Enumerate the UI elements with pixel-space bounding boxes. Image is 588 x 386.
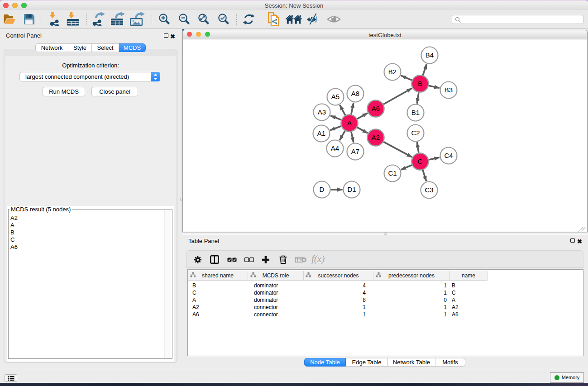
svg-text:A7: A7 — [351, 148, 359, 155]
svg-text:D: D — [320, 186, 325, 193]
svg-text:A3: A3 — [318, 108, 326, 116]
svg-text:D1: D1 — [347, 186, 356, 193]
svg-text:B: B — [418, 80, 422, 87]
svg-text:C: C — [418, 157, 423, 165]
svg-text:C1: C1 — [388, 169, 397, 177]
svg-text:C2: C2 — [411, 129, 420, 137]
svg-text:B2: B2 — [388, 68, 397, 76]
svg-text:C3: C3 — [425, 186, 433, 194]
svg-text:B3: B3 — [445, 86, 453, 94]
svg-text:A2: A2 — [372, 133, 380, 141]
svg-text:A5: A5 — [331, 93, 339, 100]
svg-text:A4: A4 — [331, 144, 339, 152]
svg-text:C4: C4 — [444, 152, 453, 159]
svg-text:B1: B1 — [411, 109, 420, 116]
svg-text:A: A — [347, 119, 352, 127]
svg-text:A1: A1 — [317, 129, 325, 137]
svg-text:A6: A6 — [372, 105, 380, 112]
svg-text:A8: A8 — [351, 90, 359, 97]
svg-text:B4: B4 — [425, 51, 434, 59]
